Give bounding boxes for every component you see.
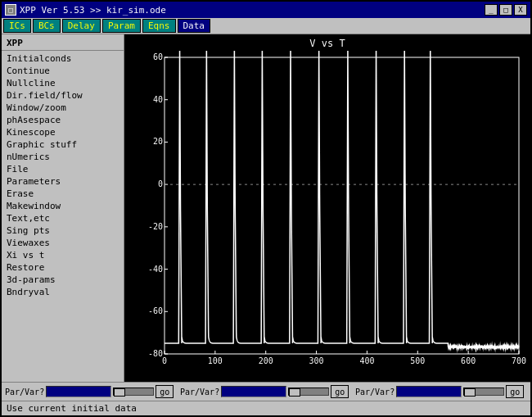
sidebar-item-phasespace[interactable]: phAsespace — [2, 114, 124, 126]
sidebar-item-parameters[interactable]: Parameters — [2, 175, 124, 188]
par-var-slider-1[interactable] — [288, 388, 329, 396]
sidebar-item-erase[interactable]: Erase — [2, 188, 124, 200]
titlebar-buttons: _ □ X — [485, 4, 527, 16]
menubar: ICsBCsDelayParamEqnsData — [2, 18, 530, 34]
par-var-group-1: Par/Var?go — [180, 385, 352, 398]
par-var-label-0: Par/Var? — [5, 388, 44, 397]
par-var-input-2[interactable] — [396, 386, 462, 397]
sidebar-item-initialconds[interactable]: Initialconds — [2, 52, 124, 65]
sidebar-item-xi-vs-t[interactable]: Xi vs t — [2, 249, 124, 261]
sidebar-item-file[interactable]: File — [2, 163, 124, 175]
par-var-label-2: Par/Var? — [355, 388, 394, 397]
sidebar-item-bndryval[interactable]: Bndryval — [2, 286, 124, 298]
main-window: □ XPP Ver 5.53 >> kir_sim.ode _ □ X ICsB… — [0, 0, 532, 417]
par-var-input-1[interactable] — [221, 386, 286, 397]
status-text: Use current initial data — [7, 403, 137, 414]
bottom-panel: Par/Var?goPar/Var?goPar/Var?go Use curre… — [2, 382, 530, 415]
sidebar-item-numerics[interactable]: nUmerics — [2, 151, 124, 163]
menu-item-ics[interactable]: ICs — [3, 19, 31, 33]
sidebar-item-makewindow[interactable]: Makewindow — [2, 200, 124, 212]
menu-item-bcs[interactable]: BCs — [33, 19, 61, 33]
go-button-1[interactable]: go — [331, 385, 349, 398]
par-var-slider-0[interactable] — [113, 388, 154, 396]
graph-container — [128, 51, 527, 378]
par-var-input-0[interactable] — [46, 386, 111, 397]
maximize-button[interactable]: □ — [499, 4, 512, 16]
graph-area: V vs T — [124, 34, 530, 382]
go-button-0[interactable]: go — [156, 385, 174, 398]
slider-thumb-1 — [289, 388, 300, 397]
minimize-button[interactable]: _ — [485, 4, 498, 16]
par-var-row: Par/Var?goPar/Var?goPar/Var?go — [2, 383, 530, 401]
menu-item-param[interactable]: Param — [102, 19, 141, 33]
par-var-label-1: Par/Var? — [180, 388, 219, 397]
sidebar: XPP InitialcondsContinueNullclineDir.fie… — [2, 34, 124, 382]
titlebar-left: □ XPP Ver 5.53 >> kir_sim.ode — [5, 4, 166, 16]
slider-thumb-0 — [114, 388, 125, 397]
par-var-group-2: Par/Var?go — [355, 385, 527, 398]
sidebar-item-viewaxes[interactable]: Viewaxes — [2, 237, 124, 249]
menu-item-data[interactable]: Data — [178, 19, 211, 33]
sidebar-item-sing-pts[interactable]: Sing pts — [2, 224, 124, 237]
sidebar-item-graphic-stuff[interactable]: Graphic stuff — [2, 138, 124, 151]
sidebar-item-window-zoom[interactable]: Window/zoom — [2, 102, 124, 114]
par-var-slider-2[interactable] — [463, 388, 504, 396]
graph-canvas — [128, 51, 527, 378]
sidebar-item-3d-params[interactable]: 3d-params — [2, 274, 124, 286]
app-icon: □ — [5, 4, 16, 16]
window-title: XPP Ver 5.53 >> kir_sim.ode — [20, 5, 166, 16]
main-content: XPP InitialcondsContinueNullclineDir.fie… — [2, 34, 530, 382]
go-button-2[interactable]: go — [506, 385, 524, 398]
sidebar-header: XPP — [2, 36, 124, 51]
sidebar-item-continue[interactable]: Continue — [2, 65, 124, 77]
sidebar-item-restore[interactable]: Restore — [2, 261, 124, 274]
par-var-group-0: Par/Var?go — [5, 385, 177, 398]
status-bar: Use current initial data — [2, 401, 530, 415]
sidebar-item-kinescope[interactable]: Kinescope — [2, 126, 124, 138]
sidebar-item-text-etc[interactable]: Text,etc — [2, 212, 124, 224]
menu-item-eqns[interactable]: Eqns — [142, 19, 176, 33]
titlebar: □ XPP Ver 5.53 >> kir_sim.ode _ □ X — [2, 2, 530, 18]
close-button[interactable]: X — [514, 4, 527, 16]
slider-thumb-2 — [464, 388, 476, 397]
graph-title: V vs T — [309, 38, 345, 49]
sidebar-item-nullcline[interactable]: Nullcline — [2, 77, 124, 89]
sidebar-item-dir-field-flow[interactable]: Dir.field/flow — [2, 89, 124, 102]
menu-item-delay[interactable]: Delay — [62, 19, 101, 33]
